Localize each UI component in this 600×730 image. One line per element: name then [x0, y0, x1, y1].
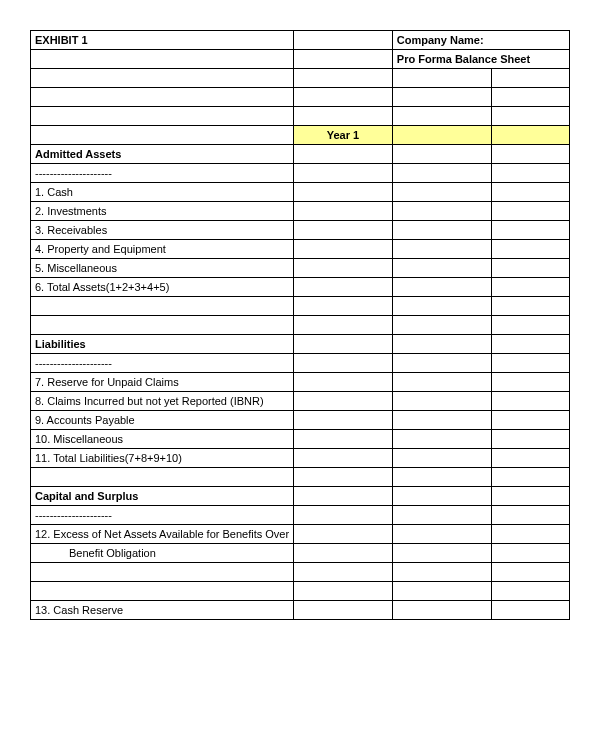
liabilities-title-row: Liabilities [31, 335, 570, 354]
section-title: Admitted Assets [31, 145, 294, 164]
subtitle-row: Pro Forma Balance Sheet [31, 50, 570, 69]
subtitle-cell: Pro Forma Balance Sheet [392, 50, 569, 69]
section-title: Capital and Surplus [31, 487, 294, 506]
section-title: Liabilities [31, 335, 294, 354]
capital-title-row: Capital and Surplus [31, 487, 570, 506]
header-row: EXHIBIT 1 Company Name: [31, 31, 570, 50]
blank-row [31, 88, 570, 107]
exhibit-cell: EXHIBIT 1 [31, 31, 294, 50]
table-row: 9. Accounts Payable [31, 411, 570, 430]
year2-header [392, 126, 492, 145]
dashes: --------------------- [31, 506, 294, 525]
table-row: 11. Total Liabilities(7+8+9+10) [31, 449, 570, 468]
table-row: 5. Miscellaneous [31, 259, 570, 278]
table-row: 6. Total Assets(1+2+3+4+5) [31, 278, 570, 297]
year3-header [492, 126, 570, 145]
year-header-row: Year 1 [31, 126, 570, 145]
divider-row: --------------------- [31, 506, 570, 525]
blank-row [31, 468, 570, 487]
year1-header: Year 1 [294, 126, 393, 145]
blank-row [31, 563, 570, 582]
blank-row [31, 316, 570, 335]
blank-row [31, 582, 570, 601]
dashes: --------------------- [31, 164, 294, 183]
divider-row: --------------------- [31, 164, 570, 183]
divider-row: --------------------- [31, 354, 570, 373]
blank-row [31, 297, 570, 316]
table-row: 8. Claims Incurred but not yet Reported … [31, 392, 570, 411]
table-row: 2. Investments [31, 202, 570, 221]
table-row: 10. Miscellaneous [31, 430, 570, 449]
dashes: --------------------- [31, 354, 294, 373]
assets-title-row: Admitted Assets [31, 145, 570, 164]
blank-row [31, 69, 570, 88]
company-name-label: Company Name: [392, 31, 569, 50]
balance-sheet-table: EXHIBIT 1 Company Name: Pro Forma Balanc… [30, 30, 570, 620]
table-row: 1. Cash [31, 183, 570, 202]
table-row: 12. Excess of Net Assets Available for B… [31, 525, 570, 544]
table-row: Benefit Obligation [31, 544, 570, 563]
table-row: 3. Receivables [31, 221, 570, 240]
table-row: 7. Reserve for Unpaid Claims [31, 373, 570, 392]
table-row: 4. Property and Equipment [31, 240, 570, 259]
blank-row [31, 107, 570, 126]
table-row: 13. Cash Reserve [31, 601, 570, 620]
